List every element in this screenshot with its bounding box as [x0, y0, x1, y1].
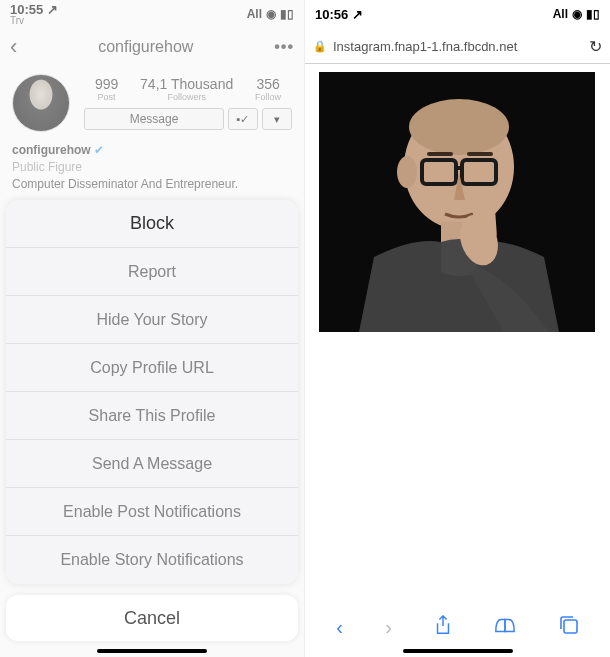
reload-icon[interactable]: ↻	[589, 37, 602, 56]
home-indicator[interactable]	[403, 649, 513, 653]
profile-photo[interactable]	[319, 72, 595, 332]
sheet-block[interactable]: Block	[6, 200, 298, 248]
sheet-send-message[interactable]: Send A Message	[6, 440, 298, 488]
battery-icon: ▮▯	[586, 7, 600, 21]
url-text: Instagram.fnap1-1.fna.fbcdn.net	[333, 39, 583, 54]
home-indicator[interactable]	[97, 649, 207, 653]
svg-point-3	[397, 156, 417, 188]
cancel-button[interactable]: Cancel	[6, 595, 298, 641]
status-right: All ◉ ▮▯	[553, 7, 600, 21]
sheet-share-profile[interactable]: Share This Profile	[6, 392, 298, 440]
bookmarks-icon[interactable]	[494, 616, 516, 639]
sheet-story-notifications[interactable]: Enable Story Notifications	[6, 536, 298, 584]
status-left: 10:56 ↗	[315, 7, 363, 22]
safari-screen: 10:56 ↗ All ◉ ▮▯ 🔒 Instagram.fnap1-1.fna…	[305, 0, 610, 657]
back-icon[interactable]: ‹	[336, 616, 343, 639]
svg-rect-8	[467, 152, 493, 156]
svg-point-2	[409, 99, 509, 155]
lock-icon: 🔒	[313, 40, 327, 53]
action-sheet: Block Report Hide Your Story Copy Profil…	[6, 200, 298, 584]
svg-rect-7	[427, 152, 453, 156]
sheet-post-notifications[interactable]: Enable Post Notifications	[6, 488, 298, 536]
share-icon[interactable]	[434, 615, 452, 640]
network-label: All	[553, 7, 568, 21]
safari-toolbar: ‹ ›	[305, 607, 610, 647]
sheet-hide-story[interactable]: Hide Your Story	[6, 296, 298, 344]
instagram-profile-screen: 10:55 ↗ Trv All ◉ ▮▯ ‹ configurehow ••• …	[0, 0, 305, 657]
sheet-copy-url[interactable]: Copy Profile URL	[6, 344, 298, 392]
status-bar: 10:56 ↗ All ◉ ▮▯	[305, 0, 610, 28]
forward-icon: ›	[385, 616, 392, 639]
wifi-icon: ◉	[572, 7, 582, 21]
tabs-icon[interactable]	[559, 615, 579, 640]
clock: 10:56	[315, 7, 348, 22]
svg-rect-13	[564, 620, 577, 633]
url-bar[interactable]: 🔒 Instagram.fnap1-1.fna.fbcdn.net ↻	[305, 30, 610, 64]
sheet-report[interactable]: Report	[6, 248, 298, 296]
